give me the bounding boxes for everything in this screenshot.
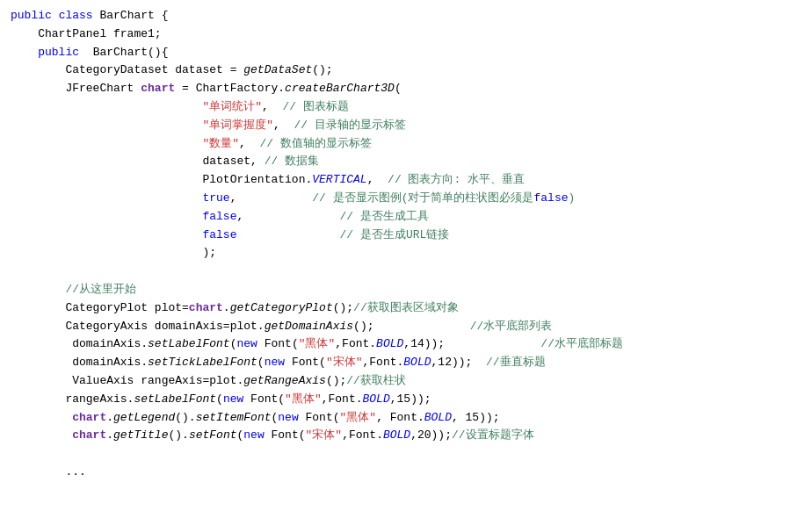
code-line-2: ChartPanel frame1; <box>11 25 801 44</box>
code-line-14: ); <box>11 244 801 263</box>
code-line-chart-title: chart.getTitle().setFont(new Font("宋体",F… <box>11 427 801 445</box>
code-line-blank2 <box>11 445 801 464</box>
code-line-blank1 <box>11 263 801 281</box>
code-line-5: JFreeChart chart = ChartFactory.createBa… <box>11 80 801 98</box>
code-line-chart-legend: chart.getLegend().setItemFont(new Font("… <box>11 409 801 428</box>
code-line-dots: ... <box>11 464 801 482</box>
code-line-8: "数量", // 数值轴的显示标签 <box>11 135 801 154</box>
code-line-6: "单词统计", // 图表标题 <box>11 98 801 117</box>
code-line-3: public BarChart(){ <box>11 44 801 62</box>
code-line-7: "单词掌握度", // 目录轴的显示标签 <box>11 117 801 135</box>
code-line-10: PlotOrientation.VERTICAL, // 图表方向: 水平、垂直 <box>11 171 801 190</box>
code-line-categoryplot: CategoryPlot plot=chart.getCategoryPlot(… <box>11 299 801 318</box>
code-line-domainaxis-ticklabelfont: domainAxis.setTickLabelFont(new Font("宋体… <box>11 354 801 372</box>
code-line-comment-start: //从这里开始 <box>11 281 801 299</box>
code-line-9: dataset, // 数据集 <box>11 153 801 171</box>
code-line-categoryaxis: CategoryAxis domainAxis=plot.getDomainAx… <box>11 318 801 336</box>
code-line-1: public class BarChart { <box>11 7 801 25</box>
code-line-4: CategoryDataset dataset = getDataSet(); <box>11 61 801 80</box>
code-line-rangeaxis-labelfont: rangeAxis.setLabelFont(new Font("黑体",Fon… <box>11 391 801 409</box>
code-line-13: false // 是否生成URL链接 <box>11 227 801 245</box>
code-editor: public class BarChart { ChartPanel frame… <box>0 0 812 511</box>
code-line-valueaxis: ValueAxis rangeAxis=plot.getRangeAxis();… <box>11 372 801 391</box>
code-line-domainaxis-labelfont: domainAxis.setLabelFont(new Font("黑体",Fo… <box>11 335 801 354</box>
code-line-12: false, // 是否生成工具 <box>11 208 801 227</box>
code-line-11: true, // 是否显示图例(对于简单的柱状图必须是false) <box>11 190 801 208</box>
